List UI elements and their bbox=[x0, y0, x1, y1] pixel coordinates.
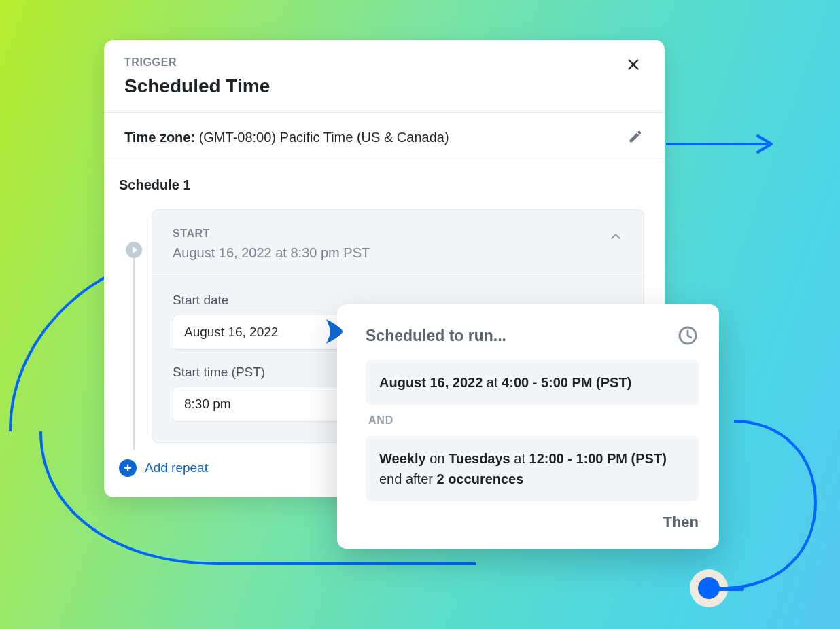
run-entry-2: Weekly on Tuesdays at 12:00 - 1:00 PM (P… bbox=[366, 436, 699, 501]
add-repeat-label: Add repeat bbox=[145, 461, 208, 475]
then-label: Then bbox=[366, 514, 699, 531]
timezone-value: (GMT-08:00) Pacific Time (US & Canada) bbox=[199, 130, 449, 145]
run2-day: Tuesdays bbox=[449, 451, 510, 466]
popover-pointer-icon bbox=[323, 317, 347, 346]
plus-icon: + bbox=[119, 459, 137, 477]
flow-node[interactable] bbox=[690, 569, 728, 607]
run2-occur: 2 occurences bbox=[437, 471, 524, 486]
popover-title: Scheduled to run... bbox=[366, 327, 506, 345]
run2-time: 12:00 - 1:00 PM (PST) bbox=[529, 451, 667, 466]
start-label: START bbox=[173, 228, 370, 240]
start-summary: August 16, 2022 at 8:30 pm PST bbox=[173, 245, 370, 261]
edit-timezone-button[interactable] bbox=[628, 129, 644, 145]
run2-freq: Weekly bbox=[379, 451, 426, 466]
schedule-heading: Schedule 1 bbox=[119, 177, 644, 193]
and-separator: AND bbox=[368, 414, 699, 427]
close-button[interactable] bbox=[623, 54, 644, 75]
collapse-toggle[interactable] bbox=[608, 229, 623, 244]
close-icon bbox=[626, 57, 641, 72]
panel-eyebrow: TRIGGER bbox=[124, 56, 270, 69]
timezone-label: Time zone: bbox=[124, 130, 195, 145]
timezone-row: Time zone: (GMT-08:00) Pacific Time (US … bbox=[104, 113, 665, 162]
panel-title: Scheduled Time bbox=[124, 75, 270, 97]
play-icon bbox=[126, 242, 142, 258]
run1-date: August 16, 2022 bbox=[379, 375, 483, 390]
pencil-icon bbox=[628, 129, 643, 144]
run-entry-1: August 16, 2022 at 4:00 - 5:00 PM (PST) bbox=[366, 360, 699, 405]
chevron-up-icon bbox=[608, 229, 623, 244]
timeline-column bbox=[119, 209, 152, 443]
run1-time: 4:00 - 5:00 PM (PST) bbox=[502, 375, 631, 390]
clock-icon bbox=[677, 325, 699, 346]
timeline-line bbox=[133, 258, 135, 450]
scheduled-popover: Scheduled to run... August 16, 2022 at 4… bbox=[337, 304, 719, 549]
